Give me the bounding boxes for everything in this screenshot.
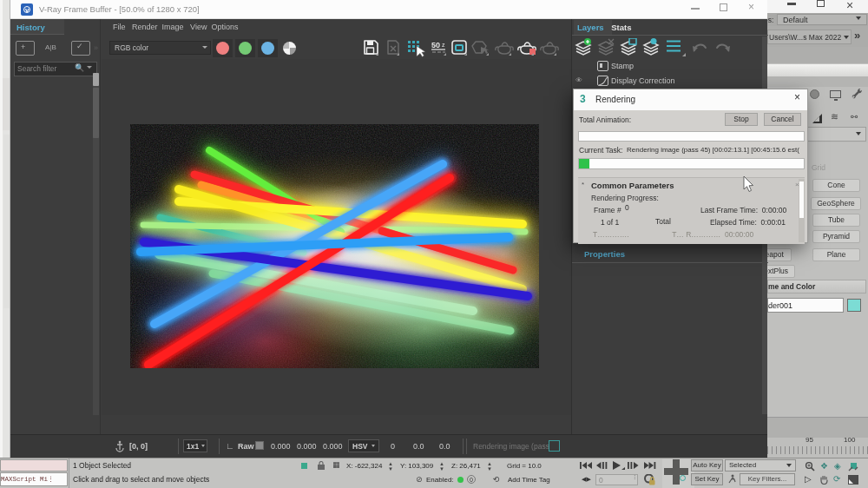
svg-text:z: z (442, 42, 445, 48)
svg-text:50: 50 (431, 41, 440, 49)
